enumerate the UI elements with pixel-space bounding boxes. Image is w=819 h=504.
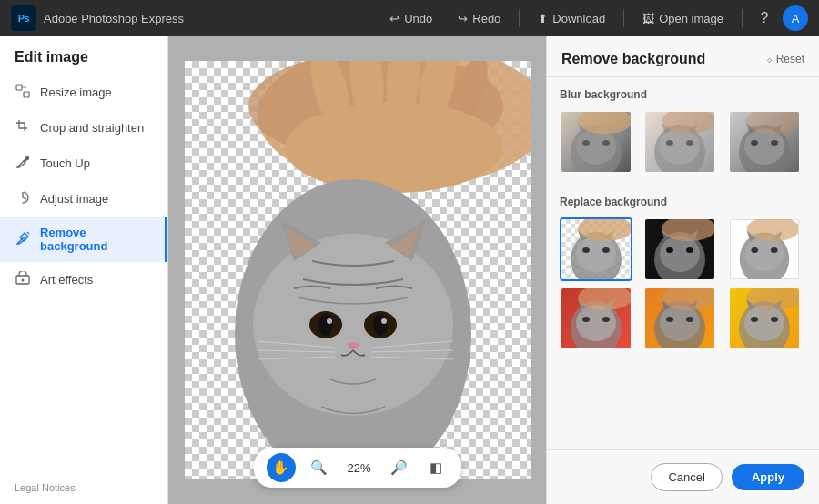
adjust-icon: [15, 190, 31, 207]
svg-point-7: [22, 279, 25, 282]
svg-point-72: [751, 317, 758, 322]
art-effects-icon: [15, 271, 31, 288]
zoom-in-icon: 🔎: [390, 459, 408, 476]
blur-thumb-grid: [560, 110, 806, 174]
sidebar-item-adjust[interactable]: Adjust image: [0, 181, 167, 217]
svg-point-56: [744, 236, 784, 271]
open-image-button[interactable]: 🖼 Open image: [632, 7, 734, 30]
undo-button[interactable]: ↩ Undo: [379, 7, 443, 30]
cancel-button[interactable]: Cancel: [651, 463, 722, 491]
help-icon: ?: [761, 10, 769, 26]
sidebar-item-touchup-label: Touch Up: [40, 156, 90, 170]
sidebar-item-remove-bg[interactable]: Remove background: [0, 217, 167, 262]
svg-point-66: [660, 305, 700, 341]
zoom-out-icon: 🔍: [310, 459, 328, 476]
svg-point-20: [318, 314, 333, 336]
sidebar-heading: Edit image: [0, 36, 167, 75]
sidebar-item-adjust-label: Adjust image: [40, 192, 108, 206]
undo-icon: ↩: [389, 12, 399, 25]
svg-point-22: [327, 318, 332, 324]
svg-rect-1: [24, 92, 29, 97]
divider-2: [623, 9, 624, 27]
fit-button[interactable]: ◧: [423, 455, 449, 480]
svg-point-21: [373, 314, 388, 336]
blur-thumb-2[interactable]: [643, 110, 716, 174]
help-button[interactable]: ?: [750, 4, 779, 33]
svg-point-46: [576, 236, 616, 272]
touchup-icon: [15, 155, 31, 172]
download-label: Download: [552, 12, 605, 25]
zoom-level: 22%: [343, 461, 376, 475]
svg-point-42: [751, 140, 758, 146]
panel-title: Remove background: [561, 51, 705, 67]
blur-section-label: Blur background: [560, 88, 806, 101]
apply-button[interactable]: Apply: [732, 464, 804, 490]
svg-point-63: [602, 317, 610, 322]
sidebar-item-art-effects-label: Art effects: [40, 273, 93, 287]
svg-point-31: [576, 128, 616, 165]
svg-point-3: [26, 157, 29, 160]
svg-point-52: [666, 247, 673, 253]
redo-icon: ↪: [458, 12, 468, 25]
sidebar-item-crop-label: Crop and straighten: [40, 121, 144, 135]
replace-thumb-red[interactable]: [560, 287, 632, 350]
fit-icon: ◧: [430, 459, 442, 476]
zoom-in-button[interactable]: 🔎: [387, 455, 412, 480]
blur-section: Blur background: [547, 77, 819, 185]
svg-point-61: [576, 305, 616, 341]
reset-button[interactable]: ⬦ Reset: [766, 53, 804, 66]
remove-bg-icon: [15, 231, 31, 248]
sidebar: Edit image Resize image Crop and straigh…: [0, 36, 168, 504]
svg-point-17: [253, 234, 453, 416]
svg-point-38: [686, 140, 693, 146]
sidebar-item-resize-label: Resize image: [40, 86, 112, 99]
replace-thumb-grid: [560, 217, 806, 350]
svg-point-43: [771, 140, 778, 146]
svg-point-57: [751, 247, 758, 253]
redo-label: Redo: [472, 12, 500, 25]
sidebar-item-art-effects[interactable]: Art effects: [0, 262, 167, 297]
zoom-out-button[interactable]: 🔍: [307, 455, 332, 480]
replace-section: Replace background: [547, 185, 819, 361]
replace-thumb-orange[interactable]: [643, 287, 716, 350]
open-image-icon: 🖼: [642, 12, 654, 25]
svg-point-36: [660, 128, 700, 165]
hand-tool-button[interactable]: ✋: [267, 453, 296, 482]
blur-thumb-3[interactable]: [728, 110, 801, 174]
canvas-toolbar: ✋ 🔍 22% 🔎 ◧: [254, 448, 461, 488]
svg-point-33: [602, 140, 610, 146]
svg-point-37: [666, 140, 673, 146]
header: Ps Adobe Photoshop Express ↩ Undo ↪ Redo…: [0, 0, 819, 36]
svg-point-71: [744, 305, 784, 341]
replace-thumb-transparent[interactable]: [560, 217, 632, 281]
panel-header: Remove background ⬦ Reset: [547, 36, 819, 77]
sidebar-item-touchup[interactable]: Touch Up: [0, 146, 167, 181]
undo-label: Undo: [404, 12, 432, 25]
sidebar-item-crop[interactable]: Crop and straighten: [0, 110, 167, 146]
crop-icon: [15, 119, 31, 136]
logo-area: Ps Adobe Photoshop Express: [11, 5, 184, 31]
reset-label: Reset: [776, 53, 804, 66]
download-button[interactable]: ⬆ Download: [527, 7, 616, 30]
resize-icon: [15, 84, 31, 101]
replace-thumb-yellow[interactable]: [728, 287, 801, 350]
redo-button[interactable]: ↪ Redo: [447, 7, 511, 30]
right-panel: Remove background ⬦ Reset Blur backgroun…: [546, 36, 819, 504]
blur-thumb-1[interactable]: [560, 110, 632, 174]
sidebar-item-remove-bg-label: Remove background: [40, 226, 150, 253]
svg-point-68: [686, 317, 693, 322]
replace-thumb-black[interactable]: [643, 217, 716, 281]
svg-point-41: [744, 128, 784, 165]
avatar[interactable]: A: [783, 5, 808, 31]
svg-point-48: [602, 247, 610, 253]
sidebar-item-resize[interactable]: Resize image: [0, 75, 167, 110]
svg-point-47: [582, 247, 590, 253]
svg-point-62: [582, 317, 590, 322]
svg-point-67: [666, 317, 673, 322]
replace-thumb-white[interactable]: [728, 217, 801, 281]
svg-point-23: [381, 318, 387, 324]
svg-line-5: [27, 232, 29, 234]
svg-point-32: [582, 140, 590, 146]
legal-notices[interactable]: Legal Notices: [0, 471, 167, 504]
logo-icon: Ps: [11, 5, 36, 31]
